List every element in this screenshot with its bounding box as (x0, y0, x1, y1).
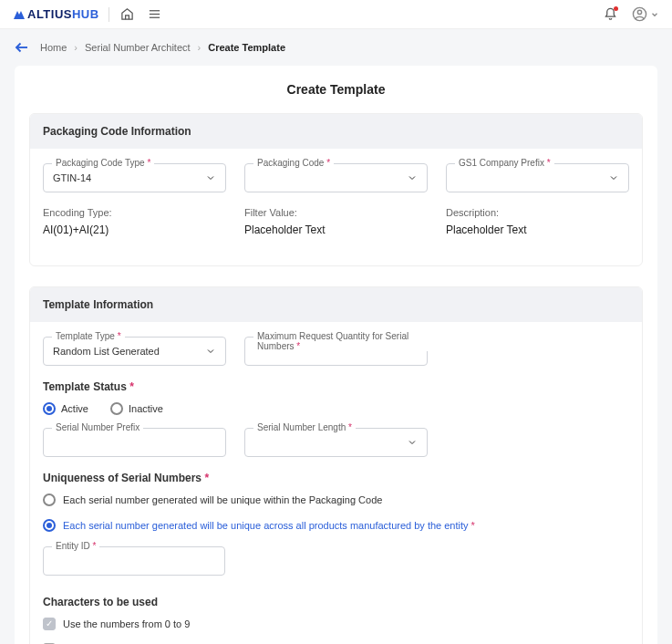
uniqueness-options: Each serial number generated will be uni… (43, 493, 629, 532)
field-serial-length: Serial Number Length * (244, 428, 428, 457)
field-max-qty: Maximum Request Quantity for Serial Numb… (244, 337, 428, 366)
static-value: Placeholder Text (446, 223, 629, 236)
field-packaging-code: Packaging Code * (244, 163, 428, 192)
breadcrumb-l1[interactable]: Serial Number Architect (85, 42, 191, 53)
field-label: Template Type * (52, 331, 125, 341)
uniqueness-opt-entity[interactable]: Each serial number generated will be uni… (43, 519, 629, 532)
chevron-down-icon (407, 437, 418, 448)
section-header: Template Information (30, 287, 642, 322)
template-status-radios: Active Inactive (43, 402, 629, 415)
home-icon[interactable] (119, 5, 137, 24)
option-label: Each serial number generated will be uni… (63, 520, 475, 531)
breadcrumb: Home › Serial Number Architect › Create … (40, 42, 285, 53)
field-template-type: Template Type * Random List Generated (43, 337, 226, 366)
chevron-down-icon (650, 10, 659, 19)
uniqueness-label: Uniqueness of Serial Numbers * (43, 472, 629, 484)
section-template: Template Information Template Type * Ran… (29, 286, 643, 644)
chk-numbers[interactable]: Use the numbers from 0 to 9 (43, 618, 629, 630)
page-title: Create Template (15, 82, 657, 97)
topbar-left: ALTIUSHUB (13, 5, 164, 24)
section-header: Packaging Code Information (30, 114, 642, 149)
breadcrumb-sep: › (74, 42, 78, 53)
select-value: GTIN-14 (53, 172, 91, 183)
page-card: Create Template Packaging Code Informati… (15, 66, 657, 644)
field-label: Entity ID * (52, 541, 99, 551)
field-label: Packaging Code * (253, 158, 334, 168)
field-label: Maximum Request Quantity for Serial Numb… (253, 331, 428, 351)
radio-label: Active (61, 403, 88, 414)
field-entity-id: Entity ID * (43, 546, 225, 576)
static-label: Encoding Type: (43, 207, 226, 218)
radio-icon (43, 402, 56, 415)
divider (109, 7, 109, 22)
static-label: Description: (446, 207, 629, 218)
user-menu[interactable] (632, 6, 659, 22)
field-packaging-code-type: Packaging Code Type * GTIN-14 (43, 163, 226, 192)
field-filter-value: Filter Value: Placeholder Text (244, 207, 428, 236)
radio-icon (110, 402, 123, 415)
static-value: Placeholder Text (244, 223, 428, 236)
svg-point-4 (637, 10, 641, 14)
static-value: AI(01)+AI(21) (43, 223, 226, 236)
breadcrumb-home[interactable]: Home (40, 42, 67, 53)
radio-icon (43, 519, 56, 532)
radio-label: Inactive (129, 403, 163, 414)
chevron-down-icon (407, 172, 418, 183)
logo-mark-icon (13, 9, 26, 20)
uniqueness-opt-packaging[interactable]: Each serial number generated will be uni… (43, 493, 629, 506)
menu-icon[interactable] (146, 5, 164, 24)
radio-inactive[interactable]: Inactive (110, 402, 163, 415)
notifications-icon[interactable] (601, 5, 619, 24)
chevron-down-icon (608, 172, 619, 183)
radio-icon (43, 493, 56, 506)
field-label: Serial Number Prefix (52, 422, 143, 432)
logo-text-2: HUB (72, 7, 99, 21)
field-description: Description: Placeholder Text (446, 207, 629, 236)
field-encoding-type: Encoding Type: AI(01)+AI(21) (43, 207, 226, 236)
characters-label: Characters to be used (43, 596, 629, 608)
field-label: GS1 Company Prefix * (455, 158, 554, 168)
static-label: Filter Value: (244, 207, 428, 218)
option-label: Each serial number generated will be uni… (63, 494, 382, 505)
checkbox-label: Use the numbers from 0 to 9 (63, 618, 190, 629)
radio-active[interactable]: Active (43, 402, 88, 415)
topbar-right (601, 5, 659, 24)
back-button[interactable] (13, 38, 31, 57)
characters-checklist: Use the numbers from 0 to 9 Use upper ca… (43, 618, 629, 644)
logo[interactable]: ALTIUSHUB (13, 7, 99, 21)
select-value: Random List Generated (53, 346, 160, 357)
breadcrumb-bar: Home › Serial Number Architect › Create … (0, 29, 672, 66)
chevron-down-icon (205, 172, 216, 183)
topbar: ALTIUSHUB (0, 0, 672, 29)
checkbox-icon (43, 618, 56, 630)
notification-dot (614, 6, 618, 11)
breadcrumb-sep: › (198, 42, 202, 53)
field-label: Packaging Code Type * (52, 158, 154, 168)
field-gs1-prefix: GS1 Company Prefix * (446, 163, 629, 192)
field-label: Serial Number Length * (253, 422, 356, 432)
logo-text-1: ALTIUS (27, 7, 72, 21)
chevron-down-icon (205, 346, 216, 357)
template-status-label: Template Status * (43, 380, 629, 393)
field-serial-prefix: Serial Number Prefix (43, 428, 226, 457)
breadcrumb-current: Create Template (208, 42, 285, 53)
section-packaging: Packaging Code Information Packaging Cod… (29, 113, 643, 266)
user-icon (632, 6, 647, 22)
